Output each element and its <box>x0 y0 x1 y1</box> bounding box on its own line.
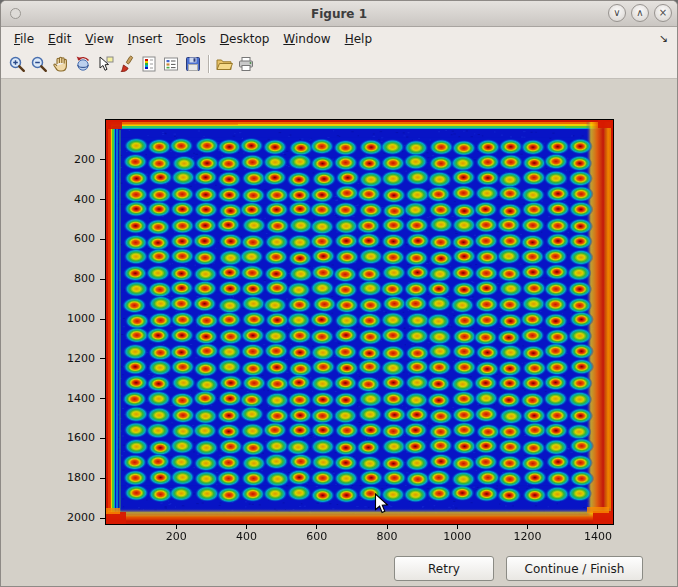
colorbar-icon[interactable] <box>138 53 160 75</box>
zoom-in-icon[interactable] <box>6 53 28 75</box>
print-icon[interactable] <box>235 53 257 75</box>
menu-file[interactable]: File <box>7 30 41 48</box>
menu-overflow-icon[interactable]: ↘ <box>659 32 668 45</box>
x-tick-label: 1000 <box>435 530 479 543</box>
y-tick <box>100 398 105 399</box>
legend-icon[interactable] <box>160 53 182 75</box>
retry-button[interactable]: Retry <box>394 556 494 581</box>
toolbar <box>1 50 677 79</box>
continue-finish-button[interactable]: Continue / Finish <box>506 556 643 581</box>
x-tick-label: 400 <box>225 530 269 543</box>
data-cursor-icon[interactable] <box>94 53 116 75</box>
window-controls: ∨∧× <box>608 4 672 22</box>
y-tick <box>100 358 105 359</box>
x-tick <box>316 525 317 529</box>
rotate-3d-icon[interactable] <box>72 53 94 75</box>
y-tick-label: 1800 <box>51 471 95 484</box>
figure-area: RetryContinue / Finish 20040060080010001… <box>1 79 677 586</box>
window-menu-icon[interactable] <box>10 8 21 19</box>
y-tick-label: 800 <box>51 272 95 285</box>
maximize-button[interactable]: ∧ <box>631 4 649 22</box>
x-tick <box>457 525 458 529</box>
mouse-cursor <box>374 493 390 515</box>
y-tick <box>100 239 105 240</box>
menu-items: FileEditViewInsertToolsDesktopWindowHelp <box>7 30 379 48</box>
y-tick <box>100 438 105 439</box>
save-icon[interactable] <box>182 53 204 75</box>
y-tick-label: 1000 <box>51 312 95 325</box>
y-tick-label: 1200 <box>51 352 95 365</box>
menu-insert[interactable]: Insert <box>121 30 169 48</box>
x-tick <box>597 525 598 529</box>
y-tick <box>100 159 105 160</box>
brush-icon[interactable] <box>116 53 138 75</box>
x-tick-label: 200 <box>154 530 198 543</box>
x-tick-label: 600 <box>295 530 339 543</box>
menu-help[interactable]: Help <box>338 30 379 48</box>
y-tick <box>100 199 105 200</box>
y-tick-label: 2000 <box>51 511 95 524</box>
open-icon[interactable] <box>213 53 235 75</box>
menu-desktop[interactable]: Desktop <box>213 30 277 48</box>
x-tick-label: 1200 <box>506 530 550 543</box>
y-tick <box>100 319 105 320</box>
y-tick-label: 200 <box>51 153 95 166</box>
y-tick-label: 600 <box>51 232 95 245</box>
titlebar[interactable]: Figure 1 ∨∧× <box>1 1 677 27</box>
close-button[interactable]: × <box>654 4 672 22</box>
y-tick-label: 1600 <box>51 431 95 444</box>
x-tick <box>246 525 247 529</box>
y-tick <box>100 478 105 479</box>
y-tick <box>100 279 105 280</box>
shade-button[interactable]: ∨ <box>608 4 626 22</box>
pan-icon[interactable] <box>50 53 72 75</box>
menu-tools[interactable]: Tools <box>169 30 213 48</box>
figure-window: Figure 1 ∨∧× FileEditViewInsertToolsDesk… <box>0 0 678 587</box>
y-tick-label: 400 <box>51 193 95 206</box>
menubar: FileEditViewInsertToolsDesktopWindowHelp… <box>1 27 677 50</box>
plot-axes <box>105 119 614 525</box>
zoom-out-icon[interactable] <box>28 53 50 75</box>
menu-window[interactable]: Window <box>276 30 337 48</box>
toolbar-separator <box>208 55 209 73</box>
y-tick <box>100 518 105 519</box>
menu-view[interactable]: View <box>78 30 120 48</box>
figure-image[interactable] <box>106 120 613 524</box>
x-tick-label: 800 <box>365 530 409 543</box>
y-tick-label: 1400 <box>51 392 95 405</box>
window-title: Figure 1 <box>311 7 367 21</box>
x-tick <box>387 525 388 529</box>
x-tick <box>527 525 528 529</box>
x-tick-label: 1400 <box>576 530 620 543</box>
x-tick <box>176 525 177 529</box>
toolbar-icons <box>6 53 257 75</box>
menu-edit[interactable]: Edit <box>41 30 78 48</box>
